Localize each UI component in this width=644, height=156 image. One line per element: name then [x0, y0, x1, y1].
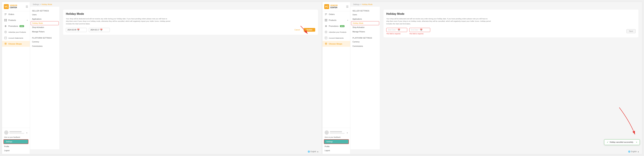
right-sidebar-item-advertise[interactable]: Advertise your Products [322, 29, 350, 35]
right-sidebar-item-account[interactable]: Account Statements [322, 35, 350, 41]
svg-rect-20 [325, 20, 326, 21]
menu-applications[interactable]: Applications [30, 17, 60, 21]
page-bottom: 🌐 English ▲ [30, 149, 322, 154]
sidebar-item-account[interactable]: Account Statements [2, 35, 30, 41]
right-menu-manage-pickers[interactable]: Manage Pickers [350, 29, 380, 34]
user-info: ▲ [2, 129, 30, 136]
svg-rect-1 [4, 14, 6, 14]
menu-users[interactable]: Users [30, 12, 60, 17]
svg-rect-0 [4, 13, 6, 14]
logo-icon: VC [4, 4, 9, 9]
seller-settings-panel: Seller Settings Users Applications Holid… [30, 7, 60, 149]
update-button[interactable]: Update [304, 28, 315, 32]
products-chevron: ▾ [27, 19, 28, 21]
right-end-date-calendar-icon[interactable]: 📅 [420, 29, 422, 31]
right-form-title: Holiday Mode [386, 12, 636, 15]
toast-close-button[interactable]: × [636, 141, 637, 144]
right-menu-commissions[interactable]: Commissions [350, 44, 380, 48]
right-logo-icon: VC [324, 4, 329, 9]
user-details [10, 131, 25, 134]
logo-area: VC VENDORCENTER ☰ [2, 2, 30, 11]
logout-link[interactable]: Logout [2, 149, 30, 153]
right-start-date-input[interactable]: Start Date * 📅 [386, 28, 407, 32]
menu-holiday-mode[interactable]: Holiday Mode [31, 21, 59, 25]
left-sidebar: VC VENDORCENTER ☰ Orders Products ▾ Prom… [2, 2, 30, 154]
menu-commissions[interactable]: Commissions [30, 44, 60, 48]
sidebar-item-advertise[interactable]: Advertise your Products [2, 29, 30, 35]
right-language-label: English [631, 151, 637, 153]
right-menu-applications[interactable]: Applications [350, 17, 380, 21]
menu-shop-activation[interactable]: Shop Activation [30, 25, 60, 29]
hamburger-icon[interactable]: ☰ [26, 5, 28, 8]
products-icon [4, 19, 7, 21]
toast-notification: ✓ Holiday cancelled successfully. × [604, 139, 640, 145]
start-date-value: 2024-02-09 [68, 29, 76, 31]
right-hamburger-icon[interactable]: ☰ [346, 5, 348, 8]
right-promotions-icon [324, 25, 328, 27]
toast-check-icon: ✓ [607, 141, 609, 144]
platform-settings-title: Platform Settings [30, 36, 60, 40]
right-shop-icon [324, 42, 328, 45]
breadcrumb-parent: Settings [33, 3, 39, 5]
svg-rect-27 [326, 44, 327, 45]
right-content-area: Seller Settings Users Applications Holid… [350, 7, 642, 149]
right-menu-currency[interactable]: Currency [350, 40, 380, 44]
save-button[interactable]: Save [626, 29, 636, 33]
left-panel: VC VENDORCENTER ☰ Orders Products ▾ Prom… [2, 2, 322, 154]
right-start-date-calendar-icon[interactable]: 📅 [398, 29, 400, 31]
right-end-date-field: End Date * 📅 This field is required. [409, 28, 430, 35]
svg-rect-18 [325, 19, 326, 20]
cancel-button[interactable]: Cancel [292, 28, 302, 32]
end-date-input[interactable]: 2024-02-17 📅 [89, 28, 110, 32]
right-start-date-field: Start Date * 📅 This field is required. [386, 28, 407, 35]
right-profile-link[interactable]: Profile [322, 145, 350, 149]
sidebar-item-choose-shops[interactable]: Choose Shops [2, 41, 30, 47]
profile-link[interactable]: Profile [2, 145, 30, 149]
right-date-row: Start Date * 📅 This field is required. E… [386, 28, 636, 35]
right-page-bottom: 🌐 English ▲ [350, 149, 642, 154]
svg-rect-5 [4, 20, 6, 21]
right-menu-holiday-mode[interactable]: Holiday Mode [351, 21, 379, 25]
form-description: Your shop will be deducted and will not … [66, 17, 170, 25]
menu-manage-pickers[interactable]: Manage Pickers [30, 29, 60, 34]
right-form-button-row: Save [626, 29, 636, 33]
right-form-description: Your shop will be deducted and will not … [386, 17, 491, 25]
advertise-icon [4, 31, 7, 33]
right-sidebar-nav: Orders Products ▾ Promotions NEW Adverti… [322, 11, 350, 128]
end-date-calendar-icon[interactable]: 📅 [100, 29, 103, 31]
start-date-calendar-icon[interactable]: 📅 [77, 29, 80, 31]
right-user-info: ▲ [322, 129, 350, 136]
right-menu-users[interactable]: Users [350, 12, 380, 17]
right-sidebar-item-orders[interactable]: Orders [322, 11, 350, 17]
left-form-area: Holiday Mode Your shop will be deducted … [60, 7, 322, 149]
right-arrow-annotation [605, 104, 640, 139]
right-logout-link[interactable]: Logout [322, 149, 350, 153]
right-menu-shop-activation[interactable]: Shop Activation [350, 25, 380, 29]
date-row: 2024-02-09 📅 2024-02-17 📅 [66, 28, 315, 32]
right-sidebar-item-choose-shops[interactable]: Choose Shops [322, 41, 350, 47]
right-breadcrumb-parent: Settings [353, 3, 360, 5]
left-content-area: Seller Settings Users Applications Holid… [30, 7, 322, 149]
right-sidebar-item-promotions[interactable]: Promotions NEW [322, 23, 350, 29]
promotions-icon [4, 25, 7, 27]
svg-rect-15 [325, 13, 327, 14]
seller-settings-title: Seller Settings [30, 9, 60, 12]
right-settings-button[interactable]: Settings [324, 139, 349, 144]
start-date-input[interactable]: 2024-02-09 📅 [66, 28, 87, 32]
right-logo-area: VC VENDORCENTER ☰ [322, 2, 350, 11]
breadcrumb-separator: > [40, 3, 41, 5]
right-sidebar-item-products[interactable]: Products ▾ [322, 17, 350, 23]
user-chevron: ▲ [26, 132, 28, 134]
right-main-content: Settings > Holiday Mode Seller Settings … [350, 2, 642, 154]
menu-currency[interactable]: Currency [30, 40, 60, 44]
settings-button[interactable]: Settings [4, 139, 28, 144]
svg-rect-23 [325, 37, 327, 39]
sidebar-item-products[interactable]: Products ▾ [2, 17, 30, 23]
sidebar-item-promotions[interactable]: Promotions NEW [2, 23, 30, 29]
right-seller-settings-title: Seller Settings [350, 9, 380, 12]
sidebar-item-orders[interactable]: Orders [2, 11, 30, 17]
right-language-icon: 🌐 [628, 151, 630, 153]
right-end-date-input[interactable]: End Date * 📅 [409, 28, 430, 32]
right-holiday-form-card: Holiday Mode Your shop will be deducted … [384, 9, 638, 37]
right-breadcrumb: Settings > Holiday Mode [350, 2, 642, 7]
